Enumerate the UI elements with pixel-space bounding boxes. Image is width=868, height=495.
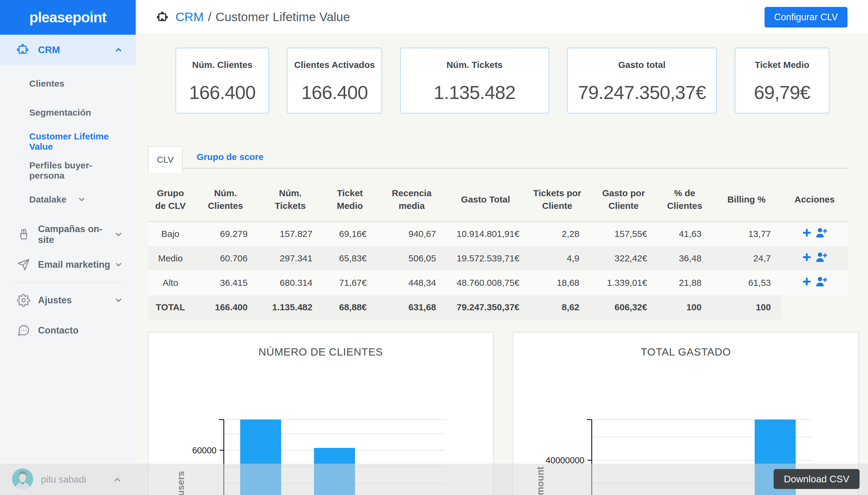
chevron-up-icon <box>113 45 124 55</box>
table-cell: 940,67 <box>377 222 446 246</box>
table-header-row: Grupo de CLVNúm. ClientesNúm. TicketsTic… <box>148 178 848 222</box>
table-cell: 69,16€ <box>323 222 377 246</box>
table-header-cell: Gasto por Cliente <box>590 178 657 222</box>
crm-subnav: ClientesSegmentaciónCustomer Lifetime Va… <box>0 65 136 219</box>
sidebar-item-customer-lifetime-value[interactable]: Customer Lifetime Value <box>0 127 136 156</box>
sidebar-item-label: Datalake <box>29 194 76 205</box>
table-cell: 631,68 <box>377 295 446 319</box>
logo-text: pleasepoint <box>29 9 106 25</box>
sidebar-item-datalake[interactable]: Datalake <box>0 185 136 214</box>
footer-overlay <box>0 464 868 495</box>
kpi-value: 69,79€ <box>754 82 810 103</box>
table-cell: 297.341 <box>258 246 323 270</box>
table-cell: 61,53 <box>712 270 781 295</box>
actions-cell <box>781 246 848 270</box>
sidebar-item-segmentaci-n[interactable]: Segmentación <box>0 98 136 127</box>
table-cell: 36,48 <box>657 246 712 270</box>
table-cell: 69.279 <box>193 222 258 246</box>
tab-clv[interactable]: CLV <box>148 146 183 173</box>
paper-plane-icon <box>17 258 30 271</box>
breadcrumb-separator: / <box>208 10 211 24</box>
table-cell: 1.339,01€ <box>590 270 657 295</box>
sidebar-item-label: Campañas on-site <box>38 224 113 245</box>
table-cell: 166.400 <box>193 295 258 319</box>
download-csv-button[interactable]: Download CSV <box>774 469 860 489</box>
kpi-label: Gasto total <box>618 60 666 70</box>
table-cell: 100 <box>657 295 712 319</box>
kpi-card: Núm. Tickets1.135.482 <box>400 48 549 114</box>
chevron-down-icon <box>113 260 124 270</box>
table-cell: 506,05 <box>377 246 446 270</box>
kpi-value: 166.400 <box>301 82 368 103</box>
table-cell: 680.314 <box>258 270 323 295</box>
configure-clv-button[interactable]: Configurar CLV <box>764 7 848 28</box>
user-add-icon[interactable] <box>815 276 827 290</box>
kpi-label: Núm. Clientes <box>192 60 252 70</box>
table-cell: 18,68 <box>525 270 590 295</box>
sidebar-item-ajustes[interactable]: Ajustes <box>0 285 136 315</box>
magic-hat-icon <box>17 228 30 241</box>
table-cell: 48.760.008,75€ <box>446 270 525 295</box>
kpi-card: Ticket Medio69,79€ <box>735 48 829 114</box>
kpi-value: 166.400 <box>189 82 256 103</box>
page-title: Customer Lifetime Value <box>216 10 350 24</box>
plus-icon[interactable] <box>802 277 812 289</box>
table-header-cell: % de Clientes <box>657 178 712 222</box>
kpi-card: Núm. Clientes166.400 <box>176 48 269 114</box>
table-cell: Alto <box>148 270 193 295</box>
sidebar-item-email-marketing[interactable]: Email marketing <box>0 250 136 280</box>
table-cell: 60.706 <box>193 246 258 270</box>
table-header-cell: Acciones <box>781 178 848 222</box>
table-cell: 71,67€ <box>323 270 377 295</box>
tab-grupo-de-score[interactable]: Grupo de score <box>197 146 264 168</box>
tab-underline <box>148 168 848 169</box>
sidebar-item-crm[interactable]: CRM <box>0 35 136 65</box>
table-cell: 2,28 <box>525 222 590 246</box>
clv-table: Grupo de CLVNúm. ClientesNúm. TicketsTic… <box>148 178 848 319</box>
sidebar-item-clientes[interactable]: Clientes <box>0 69 136 98</box>
user-add-icon[interactable] <box>815 227 827 241</box>
table-cell: 157.827 <box>258 222 323 246</box>
plus-icon[interactable] <box>802 228 812 240</box>
puzzle-icon <box>17 43 30 56</box>
sidebar-item-campa-as-on-site[interactable]: Campañas on-site <box>0 219 136 250</box>
table-header-cell: Grupo de CLV <box>148 178 193 222</box>
sidebar-item-perfiles-buyer-persona[interactable]: Perfiles buyer-persona <box>0 156 136 185</box>
breadcrumb: CRM / Customer Lifetime Value <box>157 10 350 24</box>
chevron-down-icon <box>76 194 124 205</box>
table-cell: 19.572.539,71€ <box>446 246 525 270</box>
sidebar-item-label: Segmentación <box>29 107 124 118</box>
table-row: TOTAL166.4001.135.48268,88€631,6879.247.… <box>148 295 848 319</box>
kpi-value: 79.247.350,37€ <box>578 82 706 103</box>
table-cell: 24,7 <box>712 246 781 270</box>
sidebar-item-label: Ajustes <box>38 295 113 306</box>
table-cell: 8,62 <box>525 295 590 319</box>
sidebar-groups-mid: Campañas on-siteEmail marketing <box>0 219 136 280</box>
table-header-cell: Ticket Medio <box>323 178 377 222</box>
table-cell: 10.914.801,91€ <box>446 222 525 246</box>
table-cell: 1.135.482 <box>258 295 323 319</box>
table-header-cell: Tickets por Cliente <box>525 178 590 222</box>
sidebar-item-contacto[interactable]: Contacto <box>0 315 136 346</box>
kpi-card: Clientes Activados166.400 <box>287 48 382 114</box>
sidebar-item-crm-label: CRM <box>38 45 113 55</box>
table-row: Alto36.415680.31471,67€448,3448.760.008,… <box>148 270 848 295</box>
table-cell: Medio <box>148 246 193 270</box>
plus-icon[interactable] <box>802 252 812 264</box>
table-cell: 65,83€ <box>323 246 377 270</box>
sidebar-item-label: Contacto <box>38 325 124 336</box>
table-row: Medio60.706297.34165,83€506,0519.572.539… <box>148 246 848 270</box>
sidebar-divider <box>14 282 122 283</box>
tabbar: CLV Grupo de score <box>148 146 848 173</box>
table-header-cell: Billing % <box>712 178 781 222</box>
table-cell: TOTAL <box>148 295 193 319</box>
table-cell: 157,55€ <box>590 222 657 246</box>
kpi-row: Núm. Clientes166.400Clientes Activados16… <box>176 48 829 114</box>
table-header-cell: Gasto Total <box>446 178 525 222</box>
logo[interactable]: pleasepoint <box>0 0 136 35</box>
table-cell: 68,88€ <box>323 295 377 319</box>
sidebar-item-label: Clientes <box>29 79 124 89</box>
table-header-cell: Recencia media <box>377 178 446 222</box>
breadcrumb-section[interactable]: CRM <box>176 10 203 24</box>
user-add-icon[interactable] <box>815 251 827 265</box>
